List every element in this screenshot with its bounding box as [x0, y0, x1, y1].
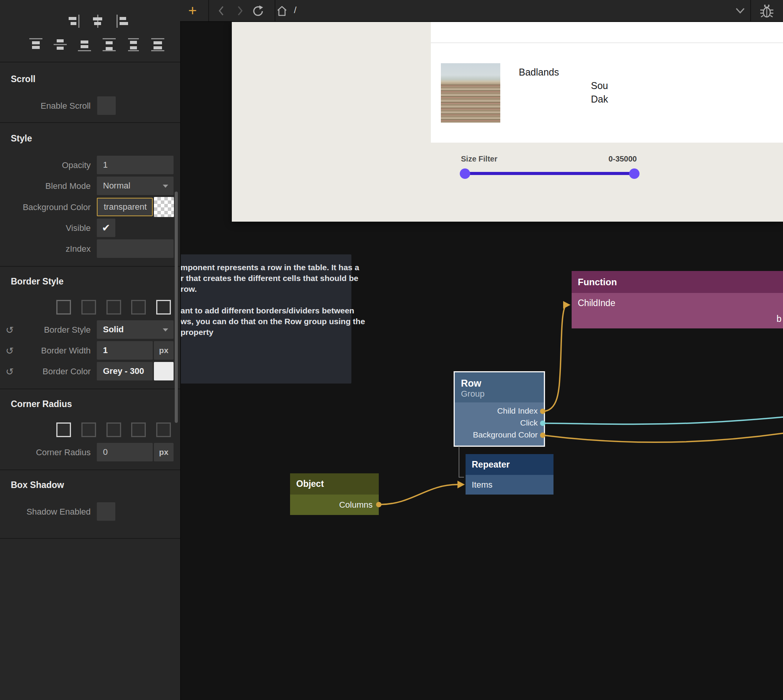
- wire-click[interactable]: [543, 417, 783, 424]
- style-section-title: Style: [11, 133, 32, 144]
- reload-icon[interactable]: [251, 5, 265, 17]
- opacity-input[interactable]: 1: [97, 156, 174, 174]
- tooltip-line: r that creates the different cells that …: [181, 274, 346, 283]
- corner-bottom-left-button[interactable]: [129, 421, 148, 439]
- stretch-vertical-icon[interactable]: [151, 38, 164, 51]
- panel-scrollbar[interactable]: [175, 192, 178, 423]
- home-icon[interactable]: [276, 5, 288, 17]
- blend-mode-value: Normal: [103, 181, 130, 190]
- object-columns-port-label[interactable]: Columns: [290, 495, 379, 515]
- background-color-input[interactable]: transparent: [97, 198, 153, 216]
- row-backgroundcolor-port-label[interactable]: Background Color: [455, 429, 544, 441]
- size-filter-slider-track[interactable]: [465, 172, 634, 175]
- corner-all-button[interactable]: [54, 421, 73, 439]
- align-top-icon[interactable]: [29, 38, 42, 51]
- tooltip-line: ant to add different borders/dividers be…: [181, 306, 346, 315]
- park-state-line1: Sou: [591, 79, 608, 93]
- forward-icon[interactable]: [235, 5, 245, 17]
- properties-panel: Scroll Enable Scroll Style Opacity 1 Ble…: [0, 0, 181, 700]
- slider-handle-min[interactable]: [460, 168, 470, 179]
- function-node-title: Function: [578, 277, 617, 287]
- row-childindex-port-label[interactable]: Child Index: [455, 405, 544, 417]
- visible-checkbox[interactable]: ✔: [97, 219, 115, 237]
- border-style-select[interactable]: Solid: [97, 320, 174, 339]
- add-tab-button[interactable]: +: [188, 1, 197, 20]
- url-path[interactable]: /: [294, 5, 297, 15]
- align-bottom-icon[interactable]: [78, 38, 91, 51]
- border-color-input[interactable]: Grey - 300: [97, 362, 153, 380]
- repeater-items-port-label[interactable]: Items: [466, 475, 554, 495]
- toolbar-separator: [750, 0, 751, 21]
- space-vertical-around-icon[interactable]: [127, 38, 140, 51]
- slider-handle-max[interactable]: [629, 168, 640, 179]
- corner-radius-label: Corner Radius: [0, 448, 91, 458]
- section-divider: [0, 538, 180, 539]
- border-top-button[interactable]: [79, 298, 98, 316]
- space-vertical-between-icon[interactable]: [103, 38, 116, 51]
- shadow-enabled-label: Shadow Enabled: [0, 507, 91, 517]
- border-style-label: Border Style: [0, 325, 91, 335]
- row-click-port-label[interactable]: Click: [455, 417, 544, 429]
- row-group-node[interactable]: Row Group Child Index Click Background C…: [454, 371, 545, 447]
- back-icon[interactable]: [216, 5, 227, 17]
- shadow-enabled-checkbox[interactable]: [97, 502, 115, 521]
- align-right-icon[interactable]: [66, 15, 79, 28]
- wire-columns-items[interactable]: [379, 485, 457, 505]
- scroll-section-title: Scroll: [11, 74, 35, 84]
- distribute-vertical-center-icon[interactable]: [54, 38, 67, 51]
- debug-bug-icon[interactable]: [759, 3, 775, 19]
- enable-scroll-checkbox[interactable]: [97, 96, 116, 115]
- section-divider: [0, 122, 180, 123]
- visible-label: Visible: [0, 223, 91, 233]
- corner-top-left-button[interactable]: [79, 421, 98, 439]
- corner-radius-buttons: [0, 421, 180, 439]
- corner-radius-input[interactable]: 0: [97, 443, 153, 461]
- border-style-buttons: [0, 298, 180, 316]
- table-card: Badlands Sou Dak: [431, 21, 783, 143]
- toolbar-separator: [275, 0, 275, 21]
- preview-toolbar: + /: [180, 0, 783, 22]
- toolbar-separator: [208, 0, 209, 21]
- shadow-section-title: Box Shadow: [11, 480, 64, 490]
- align-center-vertical-icon[interactable]: [91, 15, 105, 28]
- row-node-title: Row: [461, 378, 538, 389]
- blend-mode-select[interactable]: Normal: [97, 177, 174, 195]
- corner-bottom-right-button[interactable]: [154, 421, 173, 439]
- border-width-unit[interactable]: px: [154, 341, 174, 360]
- border-bottom-button[interactable]: [129, 298, 148, 316]
- align-left-icon[interactable]: [116, 15, 130, 28]
- size-filter-range: 0-35000: [560, 155, 637, 163]
- wire-childindex[interactable]: [543, 305, 566, 411]
- background-color-swatch[interactable]: [154, 197, 174, 217]
- function-childindex-port-label[interactable]: ChildInde: [572, 293, 783, 313]
- chevron-down-icon[interactable]: [734, 7, 746, 15]
- function-right-port-label[interactable]: b: [572, 313, 783, 325]
- border-all-button[interactable]: [54, 298, 73, 316]
- blend-mode-label: Blend Mode: [0, 181, 91, 191]
- park-state-cell[interactable]: Sou Dak: [591, 79, 608, 106]
- corner-top-right-button[interactable]: [105, 421, 123, 439]
- opacity-label: Opacity: [0, 160, 91, 170]
- repeater-input-arrow-icon: [457, 481, 465, 488]
- background-color-label: Background Color: [0, 202, 91, 212]
- function-input-arrow-icon: [563, 301, 570, 309]
- border-right-button[interactable]: [105, 298, 123, 316]
- border-color-swatch[interactable]: [154, 362, 174, 380]
- size-filter-label: Size Filter: [461, 155, 497, 163]
- border-section-title: Border Style: [11, 276, 64, 287]
- wire-backgroundcolor[interactable]: [543, 433, 783, 442]
- table-header-divider: [431, 42, 783, 43]
- park-state-line2: Dak: [591, 93, 608, 106]
- tooltip-line: property: [181, 328, 346, 337]
- park-name-cell[interactable]: Badlands: [519, 67, 559, 78]
- tooltip-line: ws, you can do that on the Row group usi…: [181, 317, 346, 326]
- function-node[interactable]: Function ChildInde b: [572, 271, 783, 328]
- border-left-button[interactable]: [154, 298, 173, 316]
- zindex-input[interactable]: [97, 239, 174, 258]
- section-divider: [0, 389, 180, 389]
- section-divider: [0, 469, 180, 470]
- border-width-input[interactable]: 1: [97, 341, 153, 360]
- object-node[interactable]: Object Columns: [290, 473, 379, 515]
- corner-radius-unit[interactable]: px: [154, 443, 174, 461]
- repeater-node[interactable]: Repeater Items: [466, 454, 554, 495]
